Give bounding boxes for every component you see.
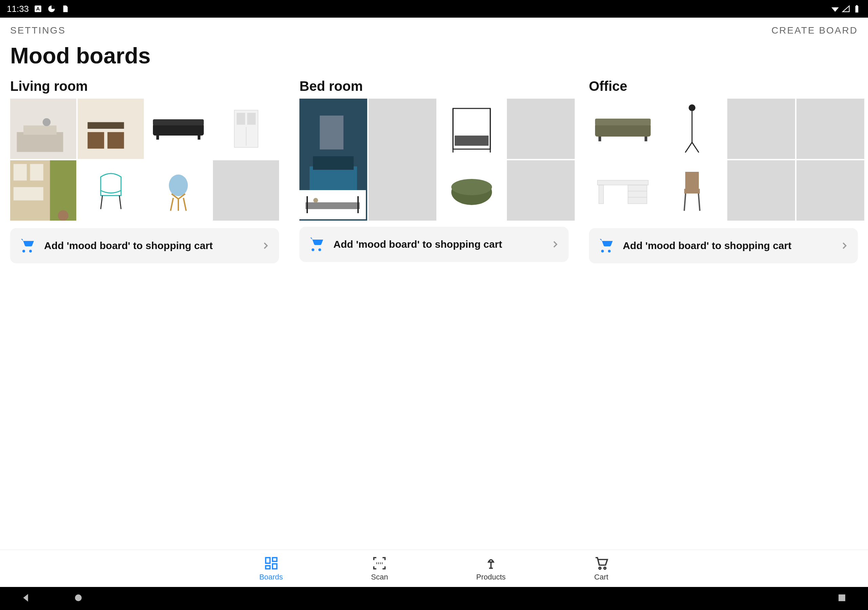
tile-living-room-photo-1[interactable] [10, 99, 76, 159]
tile-sofa-olive[interactable] [589, 99, 657, 159]
add-to-cart-button[interactable]: Add 'mood board' to shopping cart [589, 228, 858, 263]
svg-rect-10 [88, 132, 104, 149]
svg-point-42 [451, 179, 492, 195]
board-living-room[interactable]: Living room [10, 79, 279, 263]
svg-point-67 [599, 567, 601, 569]
svg-rect-48 [595, 119, 651, 125]
add-to-cart-label: Add 'mood board' to shopping cart [44, 240, 252, 251]
board-title: Bed room [299, 79, 568, 94]
tab-products[interactable]: Products [476, 556, 506, 582]
svg-rect-59 [684, 189, 700, 194]
tile-living-room-photo-2[interactable] [78, 99, 144, 159]
tile-ottoman-green[interactable] [438, 160, 505, 221]
svg-rect-12 [88, 122, 124, 129]
tile-daybed[interactable] [299, 190, 366, 219]
svg-rect-7 [23, 125, 57, 135]
chevron-right-icon [550, 240, 560, 249]
cart-icon [598, 238, 614, 254]
svg-rect-24 [30, 164, 43, 181]
tab-label: Cart [594, 573, 609, 582]
svg-point-46 [313, 198, 318, 203]
svg-rect-23 [14, 164, 27, 181]
tile-floor-lamp[interactable] [658, 99, 726, 159]
svg-rect-11 [107, 132, 124, 149]
board-office[interactable]: Office [589, 79, 858, 263]
svg-line-27 [101, 195, 102, 209]
tile-chair-teal[interactable] [78, 160, 144, 221]
svg-line-61 [699, 194, 700, 211]
svg-line-60 [684, 194, 685, 211]
svg-rect-55 [628, 185, 647, 204]
svg-point-69 [75, 595, 82, 601]
tile-empty [727, 160, 795, 221]
board-title: Office [589, 79, 858, 94]
android-nav-bar [0, 587, 868, 610]
svg-point-8 [43, 118, 51, 126]
status-left: 11:33 A [7, 4, 70, 14]
add-to-cart-label: Add 'mood board' to shopping cart [333, 238, 541, 250]
svg-rect-50 [645, 136, 647, 141]
svg-text:A: A [36, 6, 40, 11]
board-bed-room[interactable]: Bed room [299, 79, 568, 263]
svg-rect-15 [156, 136, 159, 139]
svg-line-28 [119, 195, 121, 209]
svg-rect-70 [839, 595, 845, 601]
tile-empty [727, 99, 795, 159]
add-to-cart-button[interactable]: Add 'mood board' to shopping cart [299, 227, 568, 262]
cart-icon [594, 556, 609, 571]
svg-rect-47 [595, 124, 651, 136]
tile-cabinet-white[interactable] [213, 99, 279, 159]
page-title: Mood boards [0, 39, 868, 79]
svg-rect-18 [237, 113, 245, 125]
tile-empty [369, 99, 436, 221]
svg-rect-63 [272, 557, 277, 561]
tile-shelf-unit[interactable] [10, 160, 76, 221]
cell-signal-icon [842, 5, 850, 13]
svg-rect-16 [198, 136, 200, 139]
app-icon-a: A [34, 5, 42, 13]
app-icon-circle [47, 5, 56, 13]
tile-empty [507, 99, 575, 159]
tile-empty [213, 160, 279, 221]
cart-icon [19, 238, 35, 254]
settings-button[interactable]: SETTINGS [10, 25, 66, 36]
back-button[interactable] [20, 592, 32, 605]
tile-canopy-bed[interactable] [438, 99, 505, 159]
svg-rect-3 [856, 6, 859, 12]
svg-rect-4 [856, 5, 857, 6]
bottom-tab-bar: Boards Scan Products Cart [0, 550, 868, 587]
svg-rect-53 [597, 180, 648, 185]
header-row: SETTINGS CREATE BOARD [0, 18, 868, 39]
tile-sofa-black[interactable] [146, 99, 212, 159]
svg-rect-58 [685, 172, 699, 189]
tab-label: Boards [259, 573, 283, 582]
chevron-right-icon [261, 241, 270, 251]
products-icon [484, 556, 498, 571]
add-to-cart-label: Add 'mood board' to shopping cart [623, 240, 831, 251]
tab-scan[interactable]: Scan [371, 556, 388, 582]
add-to-cart-button[interactable]: Add 'mood board' to shopping cart [10, 228, 279, 263]
tab-cart[interactable]: Cart [594, 556, 609, 582]
create-board-button[interactable]: CREATE BOARD [771, 25, 858, 36]
chevron-right-icon [840, 241, 849, 251]
boards-row: Living room [0, 79, 868, 263]
sd-card-icon [61, 5, 70, 13]
home-button[interactable] [73, 592, 84, 605]
boards-icon [264, 556, 279, 571]
svg-rect-49 [598, 136, 601, 141]
board-collage [10, 99, 279, 221]
svg-point-26 [58, 211, 68, 221]
svg-rect-6 [17, 132, 64, 152]
tab-boards[interactable]: Boards [259, 556, 283, 582]
svg-rect-54 [599, 185, 603, 204]
svg-rect-36 [320, 116, 344, 149]
svg-rect-43 [305, 202, 360, 209]
status-bar: 11:33 A [0, 0, 868, 18]
svg-point-51 [689, 104, 695, 111]
tile-chair-wood[interactable] [658, 160, 726, 221]
svg-rect-25 [14, 187, 43, 200]
tile-desk-white[interactable] [589, 160, 657, 221]
tile-chair-blue-legs[interactable] [146, 160, 212, 221]
svg-rect-62 [265, 557, 270, 563]
recent-apps-button[interactable] [836, 599, 848, 605]
